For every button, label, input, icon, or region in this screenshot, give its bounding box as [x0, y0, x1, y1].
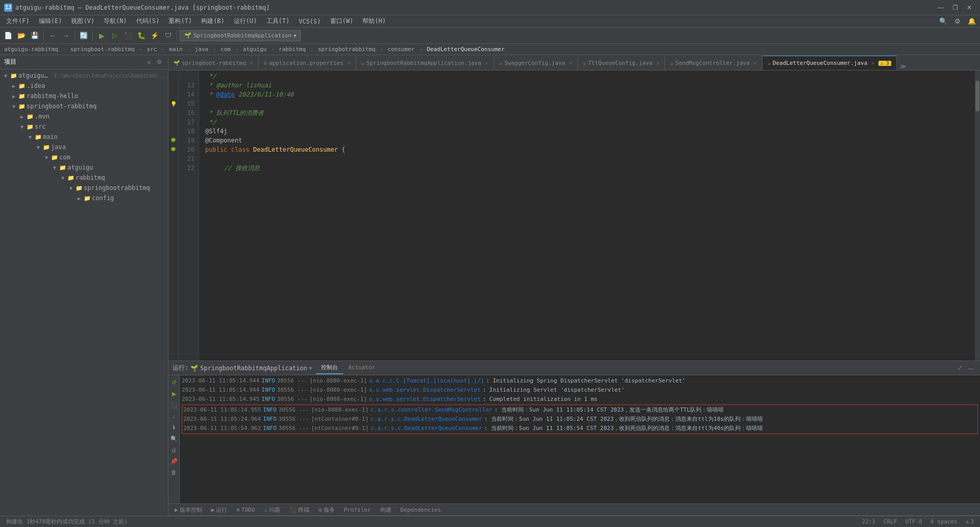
tab-more-button[interactable]: ≫	[897, 63, 910, 70]
console-tab-console[interactable]: 控制台	[316, 362, 343, 374]
tab-close-deadletter[interactable]: ✕	[871, 60, 874, 66]
tree-item-atguigu-pkg[interactable]: ▼ 📁 atguigu	[0, 162, 168, 173]
status-indent[interactable]: 4 spaces	[928, 516, 960, 528]
console-output[interactable]: 2023-06-11 11:05:14.944 INFO 30556 --- […	[180, 375, 980, 504]
menu-navigate[interactable]: 导航(N)	[100, 16, 131, 27]
maximize-button[interactable]: ❐	[948, 3, 962, 13]
menu-code[interactable]: 代码(S)	[132, 16, 164, 27]
status-warnings[interactable]: ⚠ 3	[964, 516, 976, 528]
sidebar-settings-btn[interactable]: ⚙	[155, 58, 164, 67]
tab-close-ttl[interactable]: ✕	[656, 60, 659, 66]
tab-close-props[interactable]: ✕	[348, 60, 351, 66]
toolbar-back-button[interactable]: ←	[46, 30, 59, 42]
toolbar-save-button[interactable]: 💾	[29, 30, 41, 42]
tree-item-src[interactable]: ▼ 📁 src	[0, 122, 168, 132]
console-scroll-btn[interactable]: ⬇	[169, 422, 179, 433]
springboot-folder-icon: 📁	[18, 103, 26, 110]
tab-close[interactable]: ✕	[250, 60, 253, 66]
bottom-tab-services[interactable]: ⚙ 服务	[314, 504, 339, 515]
sidebar-collapse-btn[interactable]: ≡	[144, 58, 154, 67]
menu-vcs[interactable]: VCS(S)	[295, 16, 325, 27]
console-pin-btn[interactable]: 📌	[169, 456, 179, 466]
status-line-col[interactable]: 22:1	[860, 516, 878, 528]
menu-run[interactable]: 运行(U)	[230, 16, 261, 27]
status-encoding[interactable]: UTF-8	[903, 516, 924, 528]
tree-item-hello[interactable]: ▶ 📁 rabbitmq-hello	[0, 91, 168, 101]
bottom-tab-build[interactable]: 构建	[376, 504, 396, 515]
close-button[interactable]: ✕	[963, 3, 976, 13]
console-tab-actuator[interactable]: Actuator	[343, 362, 380, 374]
toolbar-coverage-btn[interactable]: 🛡	[162, 30, 174, 42]
notifications-button[interactable]: 🔔	[966, 15, 978, 28]
services-label: 服务	[324, 506, 335, 514]
toolbar-profile-btn[interactable]: ⚡	[149, 30, 161, 42]
tree-item-mvn[interactable]: ▶ 📁 .mvn	[0, 111, 168, 122]
tree-item-springboot[interactable]: ▼ 📁 springboot-rabbitmq	[0, 101, 168, 111]
editor-vscrollbar[interactable]	[975, 70, 980, 361]
tab-close-sendmsg[interactable]: ✕	[754, 60, 757, 66]
toolbar-stop-btn[interactable]: ⬛	[122, 30, 134, 42]
console-expand-btn[interactable]: ⤢	[954, 363, 965, 373]
bottom-tab-terminal[interactable]: ⬛ 终端	[285, 504, 313, 515]
tree-item-config[interactable]: ▶ 📁 config	[0, 193, 168, 203]
menu-tools[interactable]: 工具(T)	[262, 16, 294, 27]
status-build-result[interactable]: 构建在 1秒478毫秒内成功完成 (1 分钟 之前)	[4, 516, 130, 528]
menu-edit[interactable]: 编辑(E)	[35, 16, 66, 27]
tab-sendmsg-controller[interactable]: ☕ SendMsgController.java ✕	[665, 56, 763, 70]
console-trash-btn[interactable]: 🗑	[169, 467, 179, 477]
status-crlf[interactable]: CRLF	[881, 516, 899, 528]
settings-button[interactable]: ⚙	[951, 15, 964, 28]
toolbar-run-config-green[interactable]: ▶	[95, 30, 108, 42]
console-filter-btn[interactable]: 🔍	[169, 434, 179, 444]
atguigu-folder-icon: 📁	[59, 164, 66, 171]
tree-item-idea[interactable]: ▶ 📁 .idea	[0, 81, 168, 91]
tab-deadletter-consumer[interactable]: ☕ DeadLetterQueueConsumer.java ✕ ⚠ 3	[763, 56, 897, 70]
tab-springboot-rabbitmq[interactable]: 🌱 springboot-rabbitmq ✕	[168, 56, 259, 70]
tree-item-com[interactable]: ▼ 📁 com	[0, 152, 168, 162]
log-level-2: INFO	[261, 386, 275, 395]
bottom-tab-todo[interactable]: ≡ TODO	[232, 504, 259, 515]
toolbar-forward-button[interactable]: →	[60, 30, 72, 42]
toolbar-debug-btn[interactable]: 🐛	[135, 30, 148, 42]
tab-ttl-config[interactable]: ☕ TtlQueueConfig.java ✕	[578, 56, 665, 70]
run-dropdown-arrow[interactable]: ▼	[309, 366, 312, 371]
console-down-btn[interactable]: ↓	[169, 411, 179, 421]
bottom-tab-version[interactable]: ▶ 版本控制	[170, 504, 206, 515]
console-stop-btn[interactable]: ⬛	[169, 400, 179, 410]
tree-item-java[interactable]: ▼ 📁 java	[0, 142, 168, 152]
tab-springboot-app[interactable]: ☕ SpringbootRabbitmqApplication.java ✕	[356, 56, 494, 70]
bottom-tab-problems[interactable]: ⚠ 问题	[260, 504, 284, 515]
search-everywhere-button[interactable]: 🔍	[937, 15, 949, 28]
menu-view[interactable]: 视图(V)	[67, 16, 99, 27]
bulb-icon[interactable]: 💡	[170, 101, 177, 107]
menu-window[interactable]: 窗口(W)	[326, 16, 358, 27]
minimize-button[interactable]: —	[934, 3, 947, 13]
tree-item-rabbitmq-pkg[interactable]: ▼ 📁 rabbitmq	[0, 173, 168, 183]
toolbar-open-button[interactable]: 📂	[15, 30, 28, 42]
project-selector[interactable]: 🌱 SpringbootRabbitmqApplication ▼	[180, 30, 301, 41]
menu-refactor[interactable]: 重构(T)	[164, 16, 196, 27]
menu-build[interactable]: 构建(B)	[197, 16, 229, 27]
tree-item-main[interactable]: ▼ 📁 main	[0, 132, 168, 142]
tab-application-properties[interactable]: ⚙ application.properties ✕	[259, 56, 356, 70]
code-editor[interactable]: */ * @author lishuai * @date 2023/6/11-1…	[199, 70, 975, 361]
tab-swagger-config[interactable]: ☕ SwaggerConfig.java ✕	[494, 56, 578, 70]
console-print-btn[interactable]: 🖨	[169, 445, 179, 455]
bottom-tab-profiler[interactable]: Profiler	[340, 504, 375, 515]
toolbar-sync-button[interactable]: 🔄	[78, 30, 90, 42]
tab-close-swagger[interactable]: ✕	[569, 60, 572, 66]
bottom-tab-dependencies[interactable]: Dependencies	[397, 504, 445, 515]
menu-help[interactable]: 帮助(H)	[358, 16, 390, 27]
console-close-btn[interactable]: —	[966, 363, 976, 373]
rerun-btn[interactable]: ↺	[169, 377, 179, 388]
bottom-tab-run[interactable]: ▶ 运行	[207, 504, 232, 515]
toolbar-run-btn[interactable]: ▷	[109, 30, 121, 42]
console-run-btn[interactable]: ▶	[169, 389, 179, 399]
menu-file[interactable]: 文件(F)	[2, 16, 34, 27]
toolbar-new-button[interactable]: 📄	[2, 30, 14, 42]
scrollbar-thumb[interactable]	[975, 81, 979, 111]
tree-item-atguigu[interactable]: ▼ 📁 atguigu-rabbitmq E:\WorkData\IdeaPro…	[0, 70, 168, 81]
code-line-14: * @date 2023/6/11-10:46	[205, 90, 975, 99]
tab-close-app[interactable]: ✕	[485, 60, 488, 66]
tree-item-springbotrabbitmq[interactable]: ▼ 📁 springbootrabbitmq	[0, 183, 168, 193]
